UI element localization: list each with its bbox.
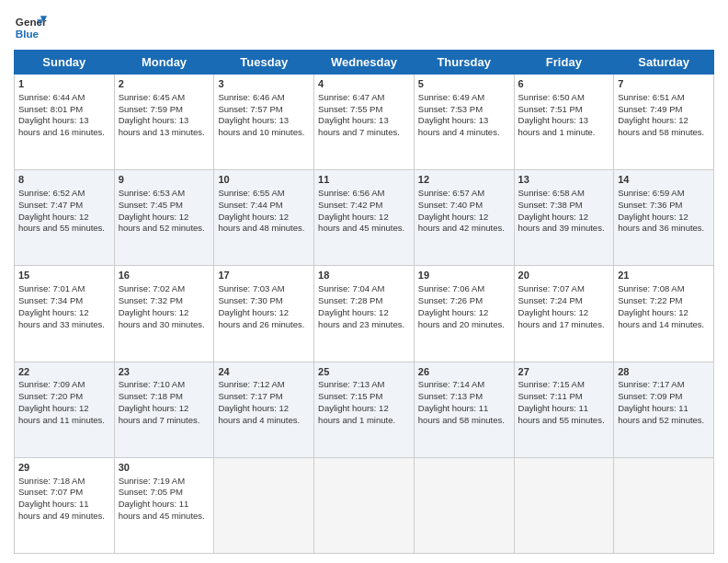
day-header-wednesday: Wednesday bbox=[314, 51, 415, 75]
day-info: Sunrise: 7:08 AMSunset: 7:22 PMDaylight … bbox=[618, 283, 704, 328]
calendar-cell: 8Sunrise: 6:52 AMSunset: 7:47 PMDaylight… bbox=[15, 170, 115, 266]
day-info: Sunrise: 6:55 AMSunset: 7:44 PMDaylight … bbox=[218, 188, 304, 233]
calendar-cell: 11Sunrise: 6:56 AMSunset: 7:42 PMDayligh… bbox=[314, 170, 415, 266]
calendar-header-row: SundayMondayTuesdayWednesdayThursdayFrid… bbox=[15, 51, 714, 75]
day-info: Sunrise: 7:03 AMSunset: 7:30 PMDaylight … bbox=[218, 283, 304, 328]
calendar-cell bbox=[614, 457, 714, 553]
day-info: Sunrise: 6:52 AMSunset: 7:47 PMDaylight … bbox=[18, 188, 105, 233]
day-info: Sunrise: 7:10 AMSunset: 7:18 PMDaylight … bbox=[119, 379, 200, 424]
day-number: 10 bbox=[218, 173, 310, 187]
day-number: 12 bbox=[418, 173, 510, 187]
day-info: Sunrise: 6:53 AMSunset: 7:45 PMDaylight … bbox=[119, 188, 205, 233]
day-number: 19 bbox=[418, 269, 510, 282]
day-number: 15 bbox=[18, 269, 110, 282]
calendar-cell: 9Sunrise: 6:53 AMSunset: 7:45 PMDaylight… bbox=[114, 170, 214, 266]
day-info: Sunrise: 6:59 AMSunset: 7:36 PMDaylight … bbox=[618, 188, 704, 233]
day-number: 24 bbox=[218, 365, 310, 379]
calendar-cell: 24Sunrise: 7:12 AMSunset: 7:17 PMDayligh… bbox=[214, 362, 314, 457]
calendar-cell bbox=[314, 457, 415, 553]
calendar-cell: 21Sunrise: 7:08 AMSunset: 7:22 PMDayligh… bbox=[614, 266, 714, 362]
day-info: Sunrise: 7:19 AMSunset: 7:05 PMDaylight … bbox=[119, 476, 205, 521]
calendar-cell: 1Sunrise: 6:44 AMSunset: 8:01 PMDaylight… bbox=[15, 75, 115, 170]
day-info: Sunrise: 7:07 AMSunset: 7:24 PMDaylight … bbox=[518, 283, 605, 328]
day-number: 21 bbox=[618, 269, 710, 282]
day-number: 22 bbox=[18, 365, 110, 379]
svg-text:Blue: Blue bbox=[16, 28, 40, 40]
calendar-cell: 14Sunrise: 6:59 AMSunset: 7:36 PMDayligh… bbox=[614, 170, 714, 266]
calendar-cell bbox=[214, 457, 314, 553]
day-number: 16 bbox=[119, 269, 210, 282]
day-info: Sunrise: 6:50 AMSunset: 7:51 PMDaylight … bbox=[518, 92, 596, 137]
calendar-cell: 27Sunrise: 7:15 AMSunset: 7:11 PMDayligh… bbox=[514, 362, 614, 457]
calendar-week-2: 8Sunrise: 6:52 AMSunset: 7:47 PMDaylight… bbox=[15, 170, 714, 266]
day-info: Sunrise: 6:51 AMSunset: 7:49 PMDaylight … bbox=[618, 92, 704, 137]
calendar-cell: 20Sunrise: 7:07 AMSunset: 7:24 PMDayligh… bbox=[514, 266, 614, 362]
calendar-cell: 22Sunrise: 7:09 AMSunset: 7:20 PMDayligh… bbox=[15, 362, 115, 457]
day-header-tuesday: Tuesday bbox=[214, 51, 314, 75]
day-number: 25 bbox=[318, 365, 410, 379]
day-info: Sunrise: 7:04 AMSunset: 7:28 PMDaylight … bbox=[318, 283, 404, 328]
calendar-cell: 25Sunrise: 7:13 AMSunset: 7:15 PMDayligh… bbox=[314, 362, 415, 457]
day-info: Sunrise: 7:12 AMSunset: 7:17 PMDaylight … bbox=[218, 379, 300, 424]
day-header-thursday: Thursday bbox=[414, 51, 514, 75]
calendar-cell: 5Sunrise: 6:49 AMSunset: 7:53 PMDaylight… bbox=[414, 75, 514, 170]
calendar-cell: 12Sunrise: 6:57 AMSunset: 7:40 PMDayligh… bbox=[414, 170, 514, 266]
day-number: 28 bbox=[618, 365, 710, 379]
day-header-saturday: Saturday bbox=[614, 51, 714, 75]
calendar-cell: 28Sunrise: 7:17 AMSunset: 7:09 PMDayligh… bbox=[614, 362, 714, 457]
day-number: 23 bbox=[119, 365, 210, 379]
calendar-cell: 3Sunrise: 6:46 AMSunset: 7:57 PMDaylight… bbox=[214, 75, 314, 170]
calendar-cell: 18Sunrise: 7:04 AMSunset: 7:28 PMDayligh… bbox=[314, 266, 415, 362]
calendar-cell: 4Sunrise: 6:47 AMSunset: 7:55 PMDaylight… bbox=[314, 75, 415, 170]
day-info: Sunrise: 6:47 AMSunset: 7:55 PMDaylight … bbox=[318, 92, 400, 137]
day-number: 18 bbox=[318, 269, 410, 282]
day-number: 29 bbox=[18, 461, 110, 475]
day-info: Sunrise: 6:45 AMSunset: 7:59 PMDaylight … bbox=[119, 92, 205, 137]
calendar-week-4: 22Sunrise: 7:09 AMSunset: 7:20 PMDayligh… bbox=[15, 362, 714, 457]
day-info: Sunrise: 7:18 AMSunset: 7:07 PMDaylight … bbox=[18, 476, 105, 521]
day-info: Sunrise: 6:57 AMSunset: 7:40 PMDaylight … bbox=[418, 188, 505, 233]
day-info: Sunrise: 6:56 AMSunset: 7:42 PMDaylight … bbox=[318, 188, 404, 233]
calendar-cell: 2Sunrise: 6:45 AMSunset: 7:59 PMDaylight… bbox=[114, 75, 214, 170]
calendar-cell: 29Sunrise: 7:18 AMSunset: 7:07 PMDayligh… bbox=[15, 457, 115, 553]
calendar-cell: 26Sunrise: 7:14 AMSunset: 7:13 PMDayligh… bbox=[414, 362, 514, 457]
day-number: 26 bbox=[418, 365, 510, 379]
day-info: Sunrise: 7:06 AMSunset: 7:26 PMDaylight … bbox=[418, 283, 505, 328]
calendar-cell: 19Sunrise: 7:06 AMSunset: 7:26 PMDayligh… bbox=[414, 266, 514, 362]
day-number: 8 bbox=[18, 173, 110, 187]
day-info: Sunrise: 6:49 AMSunset: 7:53 PMDaylight … bbox=[418, 92, 500, 137]
day-info: Sunrise: 7:15 AMSunset: 7:11 PMDaylight … bbox=[518, 379, 605, 424]
day-number: 6 bbox=[518, 77, 610, 91]
day-number: 7 bbox=[618, 77, 710, 91]
calendar-cell bbox=[414, 457, 514, 553]
calendar-week-1: 1Sunrise: 6:44 AMSunset: 8:01 PMDaylight… bbox=[15, 75, 714, 170]
calendar-cell: 13Sunrise: 6:58 AMSunset: 7:38 PMDayligh… bbox=[514, 170, 614, 266]
day-number: 30 bbox=[119, 461, 210, 475]
day-info: Sunrise: 7:01 AMSunset: 7:34 PMDaylight … bbox=[18, 283, 105, 328]
logo: General Blue bbox=[14, 9, 51, 42]
page-header: General Blue bbox=[14, 9, 714, 42]
calendar-cell bbox=[514, 457, 614, 553]
calendar-week-3: 15Sunrise: 7:01 AMSunset: 7:34 PMDayligh… bbox=[15, 266, 714, 362]
calendar-week-5: 29Sunrise: 7:18 AMSunset: 7:07 PMDayligh… bbox=[15, 457, 714, 553]
calendar-cell: 16Sunrise: 7:02 AMSunset: 7:32 PMDayligh… bbox=[114, 266, 214, 362]
day-info: Sunrise: 6:44 AMSunset: 8:01 PMDaylight … bbox=[18, 92, 105, 137]
day-number: 4 bbox=[318, 77, 410, 91]
day-number: 3 bbox=[218, 77, 310, 91]
day-number: 27 bbox=[518, 365, 610, 379]
day-info: Sunrise: 6:46 AMSunset: 7:57 PMDaylight … bbox=[218, 92, 304, 137]
calendar-cell: 15Sunrise: 7:01 AMSunset: 7:34 PMDayligh… bbox=[15, 266, 115, 362]
calendar-cell: 6Sunrise: 6:50 AMSunset: 7:51 PMDaylight… bbox=[514, 75, 614, 170]
day-number: 9 bbox=[119, 173, 210, 187]
day-number: 20 bbox=[518, 269, 610, 282]
calendar-table: SundayMondayTuesdayWednesdayThursdayFrid… bbox=[14, 50, 714, 554]
day-info: Sunrise: 7:09 AMSunset: 7:20 PMDaylight … bbox=[18, 379, 105, 424]
day-number: 1 bbox=[18, 77, 110, 91]
day-number: 14 bbox=[618, 173, 710, 187]
day-info: Sunrise: 7:17 AMSunset: 7:09 PMDaylight … bbox=[618, 379, 704, 424]
day-number: 11 bbox=[318, 173, 410, 187]
day-number: 17 bbox=[218, 269, 310, 282]
day-header-friday: Friday bbox=[514, 51, 614, 75]
day-number: 13 bbox=[518, 173, 610, 187]
calendar-cell: 10Sunrise: 6:55 AMSunset: 7:44 PMDayligh… bbox=[214, 170, 314, 266]
